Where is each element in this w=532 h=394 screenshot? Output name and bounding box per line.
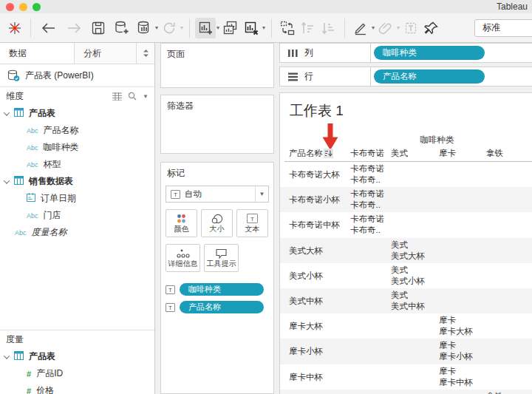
duplicate-sheet-button[interactable] [220, 18, 241, 38]
refresh-button[interactable] [159, 18, 180, 38]
text-mark-cell[interactable]: 摩卡摩卡小杯 [439, 340, 473, 362]
text-mark-cell[interactable]: 摩卡摩卡中杯 [439, 366, 473, 388]
field-item[interactable]: #产品ID [0, 365, 154, 382]
column-header[interactable]: 拿铁 [486, 148, 503, 159]
row-header[interactable]: 摩卡小杯 [289, 339, 323, 364]
pages-shelf[interactable]: 页面 [160, 43, 274, 88]
field-item[interactable]: Abc杯型 [0, 156, 154, 173]
highlighter-button[interactable] [350, 18, 371, 38]
show-mark-labels-button[interactable] [400, 18, 421, 38]
rows-shelf[interactable]: 行 产品名称 [279, 67, 532, 86]
field-item[interactable]: 订单日期 [0, 190, 154, 207]
row-header[interactable]: 摩卡中杯 [289, 364, 323, 390]
text-mark-cell[interactable]: 卡布奇诺卡布奇.. [350, 163, 384, 186]
fit-selector[interactable]: 标准 [474, 19, 532, 37]
sort-ascending-button[interactable] [298, 18, 318, 38]
text-mark-cell[interactable]: 美式美式中杯 [391, 290, 425, 312]
color-button[interactable]: 颜色 [166, 209, 197, 237]
table-row[interactable]: 卡布奇诺小杯卡布奇诺卡布奇.. [280, 187, 532, 212]
row-field-header[interactable]: 产品名称 [289, 148, 333, 159]
group-members-button[interactable] [375, 18, 396, 38]
text-mark-cell[interactable]: 卡布奇诺卡布奇.. [350, 214, 384, 236]
text-mark-cell[interactable]: 卡布奇诺卡布奇.. [350, 188, 384, 211]
row-header[interactable]: 美式小杯 [289, 263, 323, 288]
clear-sheet-button[interactable] [241, 18, 262, 38]
tab-analytics[interactable]: 分析 [74, 43, 136, 64]
minimize-window-button[interactable] [19, 3, 27, 11]
chevron-down-icon[interactable] [4, 353, 10, 359]
column-field-label[interactable]: 咖啡种类 [350, 135, 524, 146]
size-button[interactable]: 大小 [201, 209, 233, 237]
tooltip-button[interactable]: 工具提示 [204, 244, 239, 272]
pane-sort-control[interactable] [136, 43, 154, 64]
sort-descending-button[interactable] [318, 18, 339, 38]
view-toggle-icon[interactable] [112, 92, 122, 101]
refresh-dropdown-caret[interactable]: ▾ [180, 24, 183, 31]
highlighter-dropdown-caret[interactable]: ▾ [372, 24, 375, 31]
marks-field-pill[interactable]: 咖啡种类 [180, 283, 264, 296]
close-window-button[interactable] [6, 3, 14, 11]
chevron-down-icon[interactable] [4, 177, 10, 183]
field-item[interactable]: #价格 [0, 382, 154, 394]
zoom-window-button[interactable] [33, 3, 41, 11]
rows-shelf-body[interactable]: 产品名称 [371, 67, 532, 86]
marks-field-pill[interactable]: 产品名称 [180, 301, 264, 313]
mark-type-dropdown[interactable]: T 自动 ▼ [166, 186, 269, 203]
shelf-field-pill[interactable]: 咖啡种类 [374, 46, 485, 60]
fix-axes-pin-button[interactable] [421, 18, 442, 38]
columns-shelf[interactable]: 列 咖啡种类 [279, 43, 532, 63]
mark-type-caret[interactable]: ▼ [255, 186, 268, 202]
table-row[interactable]: 摩卡中杯摩卡摩卡中杯 [280, 364, 532, 390]
shelf-field-pill[interactable]: 产品名称 [374, 69, 485, 84]
row-header[interactable]: 卡布奇诺小杯 [289, 187, 340, 212]
back-button[interactable] [38, 18, 59, 38]
forward-button[interactable] [64, 18, 84, 38]
columns-shelf-body[interactable]: 咖啡种类 [371, 43, 532, 63]
save-button[interactable] [88, 18, 109, 38]
row-header[interactable]: 美式大杯 [289, 238, 323, 263]
dimensions-menu-caret[interactable]: ▼ [143, 93, 149, 100]
table-row[interactable]: 卡布奇诺中杯卡布奇诺卡布奇.. [280, 212, 532, 237]
field-item[interactable]: Abc度量名称 [0, 224, 154, 241]
tab-data[interactable]: 数据 [0, 43, 74, 64]
swap-rows-columns-button[interactable] [277, 18, 298, 38]
column-header[interactable]: 卡布奇诺 [350, 148, 384, 159]
table-row[interactable]: 美式中杯美式美式中杯 [280, 288, 532, 313]
row-header[interactable]: 美式中杯 [289, 288, 323, 313]
field-item[interactable]: Abc咖啡种类 [0, 139, 154, 156]
row-header[interactable]: 摩卡大杯 [289, 313, 323, 339]
table-row[interactable]: 美式大杯美式美式大杯 [280, 238, 532, 263]
detail-button[interactable]: 详细信息 [166, 244, 200, 272]
field-table-row[interactable]: 产品表 [0, 105, 154, 122]
add-datasource-button[interactable] [112, 18, 132, 38]
sort-badge-icon[interactable] [324, 149, 333, 158]
text-mark-cell[interactable]: 美式美式大杯 [391, 240, 425, 262]
text-mark-cell[interactable]: 拿铁 [486, 391, 503, 394]
datasource-button[interactable] [134, 18, 154, 38]
table-row[interactable]: 美式小杯美式美式小杯 [280, 263, 532, 288]
table-row[interactable]: 摩卡大杯摩卡摩卡大杯 [280, 313, 532, 339]
row-header[interactable]: 卡布奇诺中杯 [289, 212, 340, 237]
field-item[interactable]: Abc门店 [0, 207, 154, 224]
column-header[interactable]: 摩卡 [439, 148, 456, 159]
clear-dropdown-caret[interactable]: ▾ [262, 24, 265, 31]
text-button[interactable]: T 文本 [236, 209, 268, 237]
text-mark-cell[interactable]: 摩卡摩卡大杯 [439, 315, 473, 337]
filters-shelf[interactable]: 筛选器 [160, 95, 274, 154]
datasource-dropdown-caret[interactable]: ▾ [155, 24, 158, 31]
field-item[interactable]: Abc产品名称 [0, 122, 154, 139]
group-dropdown-caret[interactable]: ▾ [397, 24, 400, 31]
field-table-row[interactable]: 产品表 [0, 348, 154, 365]
new-worksheet-button[interactable] [195, 18, 216, 38]
table-row[interactable]: 拿铁 [280, 390, 532, 394]
column-header[interactable]: 美式 [391, 148, 408, 159]
chevron-down-icon[interactable] [4, 109, 10, 115]
datasource-item[interactable]: 产品表 (PowerBI) [0, 64, 154, 87]
new-worksheet-dropdown-caret[interactable]: ▾ [216, 24, 219, 31]
table-row[interactable]: 摩卡小杯摩卡摩卡小杯 [280, 339, 532, 364]
table-row[interactable]: 卡布奇诺大杯卡布奇诺卡布奇.. [280, 162, 532, 187]
field-table-row[interactable]: 销售数据表 [0, 173, 154, 190]
text-mark-cell[interactable]: 美式美式小杯 [391, 265, 425, 287]
row-header[interactable]: 卡布奇诺大杯 [289, 162, 340, 187]
search-icon[interactable] [128, 92, 137, 101]
